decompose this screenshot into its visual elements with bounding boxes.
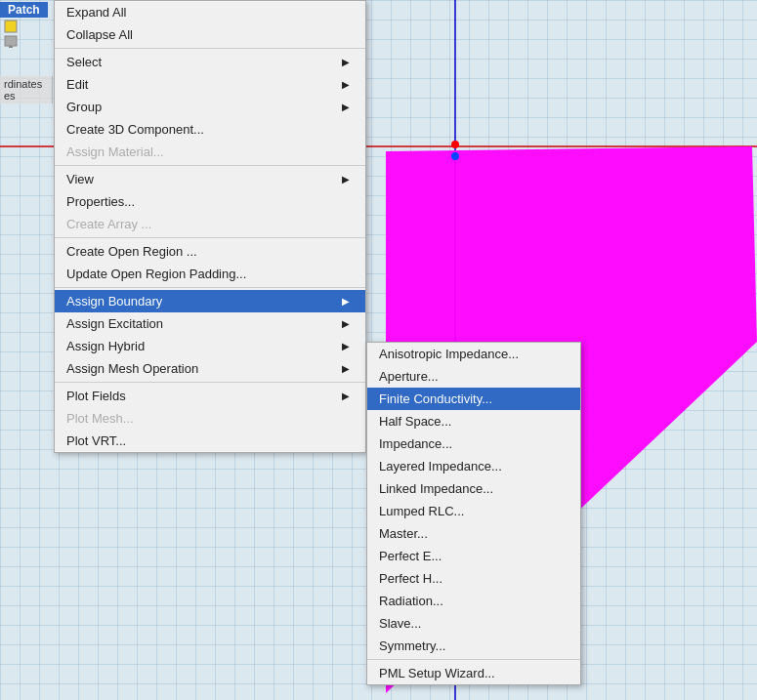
svg-point-3 xyxy=(451,141,459,148)
submenu-item-perfect-h[interactable]: Perfect H... xyxy=(367,567,580,590)
menu-item-assign-material: Assign Material... xyxy=(55,141,365,163)
assign-boundary-submenu: Anisotropic Impedance...Aperture...Finit… xyxy=(366,342,581,685)
menu-item-assign-excitation[interactable]: Assign Excitation▶ xyxy=(55,312,365,335)
menu-label-group: Group xyxy=(66,100,102,114)
menu-separator xyxy=(55,237,365,238)
menu-label-assign-hybrid: Assign Hybrid xyxy=(66,339,145,353)
menu-item-plot-mesh: Plot Mesh... xyxy=(55,407,365,430)
menu-label-create-3d: Create 3D Component... xyxy=(66,122,204,137)
menu-item-update-open-region[interactable]: Update Open Region Padding... xyxy=(55,263,365,285)
submenu-label-slave: Slave... xyxy=(379,616,421,631)
submenu-label-layered-impedance: Layered Impedance... xyxy=(379,459,502,474)
submenu-label-aperture: Aperture... xyxy=(379,369,439,384)
menu-item-properties[interactable]: Properties... xyxy=(55,190,365,213)
submenu-label-linked-impedance: Linked Impedance... xyxy=(379,481,493,496)
submenu-item-lumped-rlc[interactable]: Lumped RLC... xyxy=(367,500,580,522)
menu-item-expand-all[interactable]: Expand All xyxy=(55,1,365,23)
menu-label-view: View xyxy=(66,172,94,186)
submenu-item-pml-setup[interactable]: PML Setup Wizard... xyxy=(367,662,580,684)
menu-item-plot-fields[interactable]: Plot Fields▶ xyxy=(55,385,365,407)
menu-separator xyxy=(55,287,365,288)
menu-item-assign-hybrid[interactable]: Assign Hybrid▶ xyxy=(55,335,365,357)
menu-label-plot-fields: Plot Fields xyxy=(66,389,126,403)
menu-label-create-open-region: Create Open Region ... xyxy=(66,244,197,259)
svg-point-4 xyxy=(451,152,459,160)
menu-label-select: Select xyxy=(66,55,102,69)
submenu-arrow-icon: ▶ xyxy=(342,341,350,351)
menu-item-group[interactable]: Group▶ xyxy=(55,96,365,118)
submenu-label-impedance: Impedance... xyxy=(379,436,452,451)
menu-label-expand-all: Expand All xyxy=(66,5,126,20)
submenu-arrow-icon: ▶ xyxy=(342,102,350,112)
menu-item-collapse-all[interactable]: Collapse All xyxy=(55,23,365,46)
submenu-arrow-icon: ▶ xyxy=(342,296,350,307)
context-menu: Expand AllCollapse AllSelect▶Edit▶Group▶… xyxy=(54,0,366,453)
menu-label-edit: Edit xyxy=(66,77,88,92)
svg-rect-5 xyxy=(5,21,17,32)
submenu-item-linked-impedance[interactable]: Linked Impedance... xyxy=(367,477,580,500)
submenu-label-perfect-e: Perfect E... xyxy=(379,549,442,563)
submenu-arrow-icon: ▶ xyxy=(342,174,350,185)
submenu-item-master[interactable]: Master... xyxy=(367,522,580,545)
submenu-item-perfect-e[interactable]: Perfect E... xyxy=(367,545,580,567)
menu-label-update-open-region: Update Open Region Padding... xyxy=(66,267,246,281)
sidebar-icons xyxy=(4,20,51,49)
submenu-label-radiation: Radiation... xyxy=(379,594,443,608)
menu-item-create-open-region[interactable]: Create Open Region ... xyxy=(55,240,365,263)
svg-rect-6 xyxy=(5,36,17,46)
menu-item-assign-mesh[interactable]: Assign Mesh Operation▶ xyxy=(55,357,365,380)
menu-label-collapse-all: Collapse All xyxy=(66,27,133,42)
submenu-label-perfect-h: Perfect H... xyxy=(379,571,442,586)
menu-label-assign-excitation: Assign Excitation xyxy=(66,316,163,331)
submenu-arrow-icon: ▶ xyxy=(342,363,350,374)
submenu-label-lumped-rlc: Lumped RLC... xyxy=(379,504,464,518)
submenu-arrow-icon: ▶ xyxy=(342,391,350,401)
menu-item-view[interactable]: View▶ xyxy=(55,168,365,190)
menu-item-select[interactable]: Select▶ xyxy=(55,51,365,73)
submenu-label-master: Master... xyxy=(379,526,428,541)
submenu-arrow-icon: ▶ xyxy=(342,79,350,90)
menu-separator xyxy=(55,165,365,166)
menu-label-assign-mesh: Assign Mesh Operation xyxy=(66,361,198,376)
submenu-item-slave[interactable]: Slave... xyxy=(367,612,580,635)
submenu-label-half-space: Half Space... xyxy=(379,414,451,429)
menu-label-plot-vrt: Plot VRT... xyxy=(66,433,126,448)
menu-item-assign-boundary[interactable]: Assign Boundary▶ xyxy=(55,290,365,312)
submenu-label-symmetry: Symmetry... xyxy=(379,638,445,653)
submenu-arrow-icon: ▶ xyxy=(342,57,350,67)
menu-separator xyxy=(55,48,365,49)
submenu-item-aperture[interactable]: Aperture... xyxy=(367,365,580,388)
menu-label-properties: Properties... xyxy=(66,194,135,209)
submenu-item-symmetry[interactable]: Symmetry... xyxy=(367,635,580,657)
submenu-label-pml-setup: PML Setup Wizard... xyxy=(379,666,495,680)
submenu-item-anisotropic[interactable]: Anisotropic Impedance... xyxy=(367,343,580,365)
submenu-label-finite-conductivity: Finite Conductivity... xyxy=(379,391,492,406)
menu-label-assign-material: Assign Material... xyxy=(66,144,164,159)
monitor-icon xyxy=(4,35,18,49)
submenu-separator xyxy=(367,659,580,660)
menu-label-plot-mesh: Plot Mesh... xyxy=(66,411,134,426)
submenu-item-finite-conductivity[interactable]: Finite Conductivity... xyxy=(367,388,580,410)
patch-label: Patch xyxy=(0,2,48,18)
submenu-label-anisotropic: Anisotropic Impedance... xyxy=(379,347,519,361)
menu-label-create-array: Create Array ... xyxy=(66,217,151,231)
submenu-item-impedance[interactable]: Impedance... xyxy=(367,432,580,455)
menu-item-plot-vrt[interactable]: Plot VRT... xyxy=(55,430,365,452)
submenu-item-half-space[interactable]: Half Space... xyxy=(367,410,580,432)
menu-label-assign-boundary: Assign Boundary xyxy=(66,294,162,309)
menu-item-edit[interactable]: Edit▶ xyxy=(55,73,365,96)
svg-rect-7 xyxy=(9,46,13,48)
yellow-square-icon xyxy=(4,20,18,33)
menu-separator xyxy=(55,382,365,383)
submenu-item-layered-impedance[interactable]: Layered Impedance... xyxy=(367,455,580,477)
menu-item-create-3d[interactable]: Create 3D Component... xyxy=(55,118,365,141)
submenu-item-radiation[interactable]: Radiation... xyxy=(367,590,580,612)
menu-item-create-array: Create Array ... xyxy=(55,213,365,235)
coord-label: rdinates es xyxy=(0,76,53,103)
submenu-arrow-icon: ▶ xyxy=(342,318,350,329)
